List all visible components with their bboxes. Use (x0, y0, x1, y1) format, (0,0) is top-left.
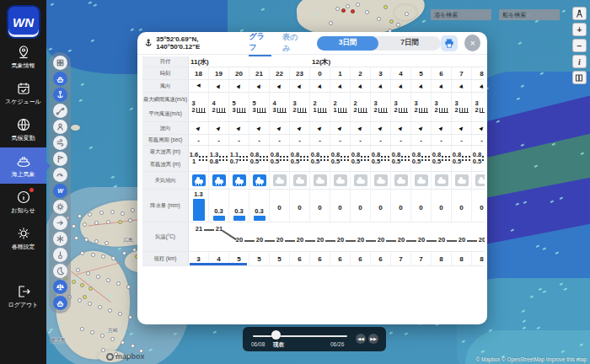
port-marker[interactable] (389, 19, 394, 24)
port-marker[interactable] (335, 7, 340, 11)
zoom-out-button[interactable]: − (572, 39, 587, 52)
scale-layer-button[interactable] (53, 280, 67, 294)
port-marker[interactable] (131, 344, 135, 348)
port-marker[interactable] (126, 285, 131, 289)
port-marker[interactable] (83, 222, 87, 227)
port-marker[interactable] (86, 271, 90, 276)
port-marker[interactable] (80, 327, 84, 331)
port-marker[interactable] (341, 8, 346, 13)
port-marker[interactable] (118, 220, 122, 224)
port-marker[interactable] (356, 3, 360, 7)
map-attribution[interactable]: © Mapbox © OpenStreetMap Improve this ma… (476, 356, 587, 362)
wn-layer-button[interactable]: W (53, 184, 67, 198)
port-marker[interactable] (96, 275, 100, 279)
port-marker[interactable] (132, 248, 137, 252)
port-marker[interactable] (88, 212, 92, 217)
zoom-in-button[interactable]: + (572, 23, 587, 36)
port-marker[interactable] (83, 295, 87, 299)
layers-button[interactable] (572, 71, 587, 84)
sidebar-item-calendar[interactable]: スケジュール (0, 75, 46, 111)
ship-route-layer-button[interactable] (53, 296, 67, 310)
port-marker[interactable] (128, 315, 132, 319)
port-marker[interactable] (84, 238, 88, 242)
port-marker[interactable] (80, 283, 84, 287)
port-marker[interactable] (329, 21, 333, 25)
ships-layer-button[interactable] (53, 72, 67, 86)
port-marker[interactable] (99, 211, 104, 215)
range-7days[interactable]: 7日間 (378, 36, 441, 51)
range-3days[interactable]: 3日間 (317, 36, 379, 51)
ports-layer-button[interactable] (53, 88, 67, 102)
port-marker[interactable] (106, 278, 110, 282)
port-marker[interactable] (106, 220, 110, 224)
wave-layer-button[interactable] (53, 168, 67, 182)
wind-layer-button[interactable] (53, 136, 67, 150)
sidebar-item-logout[interactable]: ログアウト (0, 278, 46, 314)
flag-layer-button[interactable] (53, 152, 67, 166)
port-marker[interactable] (122, 251, 126, 255)
port-marker[interactable] (100, 334, 105, 338)
port-marker[interactable] (110, 210, 115, 214)
port-marker[interactable] (128, 218, 132, 222)
port-marker[interactable] (90, 330, 94, 335)
timeline-handle[interactable] (271, 330, 281, 340)
sidebar-item-ship[interactable]: 海上気象 (0, 147, 46, 184)
forward-button[interactable]: ▶▶ (368, 334, 378, 344)
port-marker[interactable] (396, 23, 400, 27)
tide-layer-button[interactable] (53, 264, 67, 278)
route-layer-button[interactable] (53, 104, 67, 118)
port-marker[interactable] (101, 348, 105, 352)
port-marker[interactable] (78, 298, 82, 302)
info-button[interactable]: i (572, 55, 587, 68)
temperature-layer-button[interactable] (53, 248, 67, 262)
port-marker[interactable] (78, 214, 82, 218)
settings-layer-button[interactable] (53, 200, 67, 214)
port-marker[interactable] (121, 340, 125, 345)
measure-button[interactable] (572, 7, 587, 20)
port-marker[interactable] (80, 251, 84, 255)
port-marker[interactable] (111, 256, 115, 260)
port-marker[interactable] (131, 208, 135, 212)
port-marker[interactable] (98, 305, 102, 309)
port-marker[interactable] (121, 211, 125, 216)
sidebar-item-gear[interactable]: 各種設定 (0, 220, 46, 256)
sidebar-item-info[interactable]: お知らせ (0, 184, 46, 220)
port-marker[interactable] (105, 241, 109, 245)
port-marker[interactable] (116, 281, 121, 286)
rewind-button[interactable]: ◀◀ (356, 334, 366, 344)
port-marker[interactable] (118, 312, 122, 316)
sidebar-item-globe[interactable]: 気候変動 (0, 111, 46, 147)
port-marker[interactable] (101, 254, 105, 259)
mapbox-logo[interactable]: mapbox (106, 352, 145, 361)
port-marker[interactable] (346, 4, 350, 8)
port-marker[interactable] (88, 302, 92, 306)
port-marker[interactable] (94, 239, 99, 244)
close-button[interactable]: × (464, 35, 480, 51)
port-marker[interactable] (108, 308, 112, 313)
port-marker[interactable] (377, 17, 381, 21)
port-marker[interactable] (74, 236, 78, 240)
port-marker[interactable] (94, 221, 99, 225)
port-marker[interactable] (110, 337, 115, 341)
search-port-input[interactable] (431, 9, 491, 20)
port-marker[interactable] (91, 253, 95, 257)
tab-table-only[interactable]: 表のみ (282, 32, 305, 56)
port-marker[interactable] (384, 5, 388, 9)
search-ship-input[interactable] (499, 9, 560, 20)
port-marker[interactable] (405, 12, 409, 16)
sidebar-item-pin[interactable]: 気象情報 (0, 39, 46, 75)
port-marker[interactable] (88, 286, 93, 291)
snow-layer-button[interactable] (53, 232, 67, 246)
port-marker[interactable] (76, 268, 80, 272)
current-layer-button[interactable] (53, 216, 67, 230)
port-marker[interactable] (365, 10, 369, 14)
print-button[interactable] (441, 35, 458, 51)
tab-graph[interactable]: グラフ (249, 32, 272, 56)
port-marker[interactable] (72, 224, 76, 228)
grid-layer-button[interactable] (53, 56, 67, 70)
person-layer-button[interactable] (53, 120, 67, 134)
app-logo[interactable]: WN (7, 5, 40, 39)
port-marker[interactable] (72, 280, 76, 284)
port-marker[interactable] (351, 9, 355, 13)
timeline-track[interactable] (253, 335, 347, 337)
